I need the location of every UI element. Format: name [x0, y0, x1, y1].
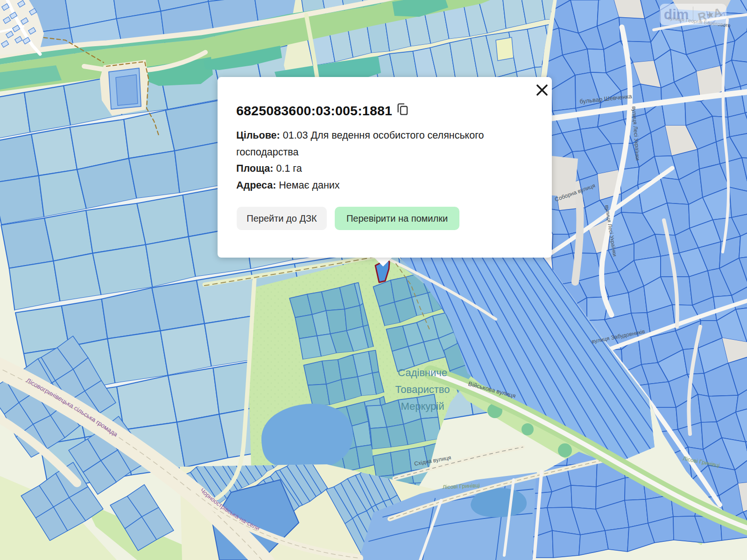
svg-text:Меркурій: Меркурій [401, 400, 444, 412]
svg-text:Садівниче: Садівниче [398, 367, 447, 378]
svg-text:Товариство: Товариство [395, 384, 450, 395]
